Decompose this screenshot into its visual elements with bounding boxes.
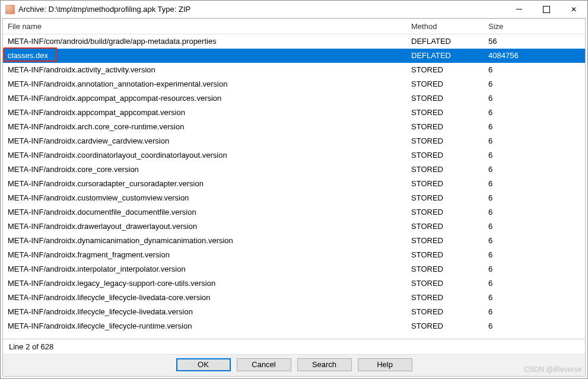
size-cell: 6 [484,77,585,91]
table-row[interactable]: META-INF/androidx.cursoradapter_cursorad… [3,177,585,191]
size-cell: 6 [484,148,585,163]
table-row[interactable]: META-INF/androidx.customview_customview.… [3,191,585,205]
table-row[interactable]: META-INF/androidx.appcompat_appcompat-re… [3,91,585,106]
method-cell: DEFLATED [406,34,484,49]
file-name-cell: META-INF/androidx.fragment_fragment.vers… [3,248,406,262]
size-cell: 56 [484,34,585,49]
table: File name Method Size META-INF/com/andro… [3,19,585,339]
size-cell: 6 [484,319,585,333]
table-row[interactable]: META-INF/androidx.cardview_cardview.vers… [3,134,585,148]
window-title: Archive: D:\tmp\tmp\methodprofiling.apk … [18,5,506,14]
status-bar: Line 2 of 628 [3,339,585,354]
table-body[interactable]: META-INF/com/android/build/gradle/app-me… [3,34,585,339]
column-header-name[interactable]: File name [3,19,406,34]
table-row[interactable]: META-INF/androidx.core_core.versionSTORE… [3,163,585,177]
size-cell: 6 [484,177,585,191]
app-icon [5,5,15,14]
size-cell: 6 [484,205,585,219]
file-name-cell: META-INF/androidx.legacy_legacy-support-… [3,276,406,291]
method-cell: STORED [406,63,484,77]
table-row[interactable]: META-INF/androidx.documentfile_documentf… [3,205,585,219]
file-name-cell: META-INF/androidx.cardview_cardview.vers… [3,134,406,148]
method-cell: STORED [406,205,484,219]
minimize-button[interactable] [506,1,533,18]
file-name-cell: META-INF/androidx.interpolator_interpola… [3,262,406,276]
table-row[interactable]: META-INF/androidx.lifecycle_lifecycle-li… [3,291,585,305]
maximize-button[interactable] [533,1,560,18]
table-row[interactable]: META-INF/androidx.fragment_fragment.vers… [3,248,585,262]
file-name-cell: META-INF/androidx.appcompat_appcompat.ve… [3,106,406,120]
close-icon [571,5,577,14]
file-name-cell: META-INF/androidx.coordinatorlayout_coor… [3,148,406,163]
table-row[interactable]: META-INF/com/android/build/gradle/app-me… [3,34,585,49]
table-header: File name Method Size [3,19,585,34]
file-name-cell: META-INF/androidx.customview_customview.… [3,191,406,205]
column-header-method[interactable]: Method [406,19,484,34]
table-row[interactable]: META-INF/androidx.lifecycle_lifecycle-ru… [3,319,585,333]
method-cell: STORED [406,191,484,205]
size-cell: 6 [484,63,585,77]
method-cell: STORED [406,234,484,248]
file-name-cell: META-INF/com/android/build/gradle/app-me… [3,34,406,49]
file-name-cell: classes.dex [3,49,406,63]
table-row[interactable]: META-INF/androidx.activity_activity.vers… [3,63,585,77]
file-name-cell: META-INF/androidx.arch.core_core-runtime… [3,120,406,134]
size-cell: 6 [484,191,585,205]
method-cell: DEFLATED [406,49,484,63]
size-cell: 4084756 [484,49,585,63]
size-cell: 6 [484,91,585,106]
size-cell: 6 [484,248,585,262]
file-name-cell: META-INF/androidx.core_core.version [3,163,406,177]
size-cell: 6 [484,305,585,319]
size-cell: 6 [484,120,585,134]
cancel-button[interactable]: Cancel [237,358,291,371]
help-button[interactable]: Help [358,358,412,371]
method-cell: STORED [406,262,484,276]
table-row[interactable]: META-INF/androidx.coordinatorlayout_coor… [3,148,585,163]
method-cell: STORED [406,305,484,319]
table-row[interactable]: META-INF/androidx.lifecycle_lifecycle-li… [3,305,585,319]
method-cell: STORED [406,120,484,134]
size-cell: 6 [484,219,585,234]
method-cell: STORED [406,177,484,191]
maximize-icon [543,6,550,13]
table-row[interactable]: META-INF/androidx.interpolator_interpola… [3,262,585,276]
method-cell: STORED [406,106,484,120]
titlebar: Archive: D:\tmp\tmp\methodprofiling.apk … [1,1,587,18]
file-name-cell: META-INF/androidx.cursoradapter_cursorad… [3,177,406,191]
search-button[interactable]: Search [297,358,352,371]
file-name-cell: META-INF/androidx.dynamicanimation_dynam… [3,234,406,248]
table-row[interactable]: META-INF/androidx.annotation_annotation-… [3,77,585,91]
table-row[interactable]: META-INF/androidx.arch.core_core-runtime… [3,120,585,134]
method-cell: STORED [406,219,484,234]
ok-button[interactable]: OK [176,358,231,371]
file-name-cell: META-INF/androidx.appcompat_appcompat-re… [3,91,406,106]
size-cell: 6 [484,106,585,120]
size-cell: 6 [484,234,585,248]
method-cell: STORED [406,276,484,291]
table-row[interactable]: META-INF/androidx.legacy_legacy-support-… [3,276,585,291]
content-panel: File name Method Size META-INF/com/andro… [2,18,586,377]
method-cell: STORED [406,248,484,262]
window-controls [506,1,587,18]
file-name-cell: META-INF/androidx.annotation_annotation-… [3,77,406,91]
file-name-cell: META-INF/androidx.lifecycle_lifecycle-li… [3,291,406,305]
size-cell: 6 [484,134,585,148]
size-cell: 6 [484,291,585,305]
file-name-cell: META-INF/androidx.lifecycle_lifecycle-li… [3,305,406,319]
button-bar: OK Cancel Search Help [3,354,585,376]
method-cell: STORED [406,291,484,305]
file-name-cell: META-INF/androidx.drawerlayout_drawerlay… [3,219,406,234]
method-cell: STORED [406,148,484,163]
minimize-icon [516,9,522,9]
size-cell: 6 [484,262,585,276]
table-row[interactable]: META-INF/androidx.appcompat_appcompat.ve… [3,106,585,120]
method-cell: STORED [406,134,484,148]
column-header-size[interactable]: Size [484,19,585,34]
file-name-cell: META-INF/androidx.lifecycle_lifecycle-ru… [3,319,406,333]
table-row[interactable]: classes.dexDEFLATED4084756 [3,49,585,63]
size-cell: 6 [484,163,585,177]
table-row[interactable]: META-INF/androidx.drawerlayout_drawerlay… [3,219,585,234]
table-row[interactable]: META-INF/androidx.dynamicanimation_dynam… [3,234,585,248]
close-button[interactable] [560,1,587,18]
